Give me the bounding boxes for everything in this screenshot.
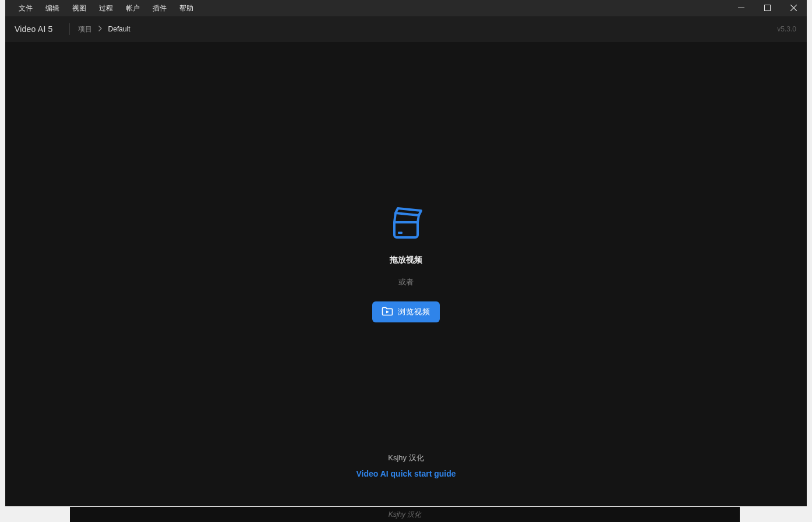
drop-zone[interactable]: 拖放视频 或者 浏览视频	[372, 205, 440, 322]
menu-account[interactable]: 帐户	[119, 0, 146, 16]
divider	[69, 23, 70, 35]
svg-rect-1	[765, 5, 771, 11]
window-controls	[728, 0, 807, 16]
menu-view[interactable]: 视图	[66, 0, 93, 16]
footer-links: Ksjhy 汉化 Video AI quick start guide	[5, 453, 807, 478]
menu-help[interactable]: 帮助	[173, 0, 200, 16]
version-label: v5.3.0	[777, 25, 796, 33]
menu-file[interactable]: 文件	[12, 0, 39, 16]
quick-start-guide-link[interactable]: Video AI quick start guide	[356, 469, 456, 478]
background-credit-text: Ksjhy 汉化	[389, 510, 422, 520]
app-title: Video AI 5	[5, 24, 69, 34]
background-window-fragment: Ksjhy 汉化	[70, 507, 740, 522]
or-text: 或者	[398, 277, 414, 287]
maximize-button[interactable]	[754, 0, 781, 16]
clapperboard-icon	[387, 205, 425, 244]
svg-rect-4	[398, 232, 403, 234]
browse-button-label: 浏览视频	[398, 307, 430, 317]
minimize-button[interactable]	[728, 0, 754, 16]
browse-videos-button[interactable]: 浏览视频	[372, 301, 440, 322]
breadcrumb-root[interactable]: 项目	[78, 24, 92, 34]
breadcrumb: 项目 Default	[78, 24, 130, 34]
header-bar: Video AI 5 项目 Default v5.3.0	[5, 16, 807, 42]
drop-text: 拖放视频	[390, 255, 422, 265]
close-icon	[790, 3, 797, 13]
minimize-icon	[738, 3, 744, 13]
close-button[interactable]	[781, 0, 807, 16]
breadcrumb-current[interactable]: Default	[108, 25, 130, 33]
menubar: 文件 编辑 视图 过程 帐户 插件 帮助	[5, 0, 807, 16]
credit-text: Ksjhy 汉化	[388, 453, 423, 463]
app-window: 文件 编辑 视图 过程 帐户 插件 帮助 V	[5, 0, 807, 506]
folder-play-icon	[382, 307, 393, 318]
maximize-icon	[764, 3, 771, 13]
menu-edit[interactable]: 编辑	[39, 0, 66, 16]
menu-plugins[interactable]: 插件	[146, 0, 173, 16]
main-area[interactable]: 拖放视频 或者 浏览视频 Ksjhy 汉化 Video AI quick sta…	[5, 42, 807, 506]
menu-process[interactable]: 过程	[93, 0, 119, 16]
chevron-right-icon	[98, 25, 103, 33]
